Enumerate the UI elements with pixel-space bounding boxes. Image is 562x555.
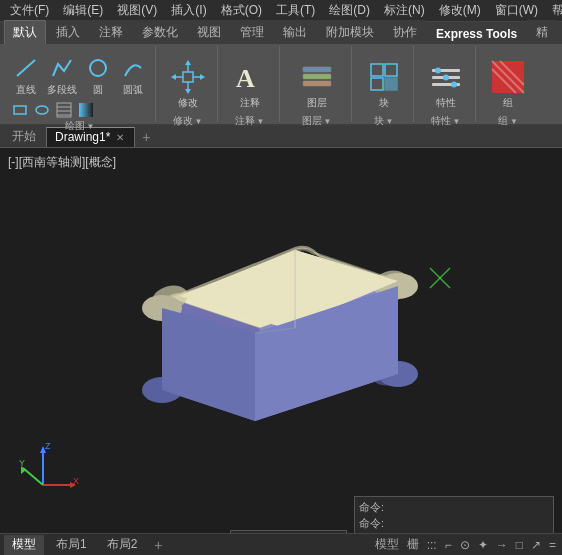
3d-box [142,246,418,421]
annotation-group-label: 注释 ▼ [235,114,265,130]
ribbon-group-annotation: A 注释 注释 ▼ [220,46,280,122]
ribbon-panel: 直线 多段线 [0,44,562,126]
btn-modify[interactable]: 修改 [166,52,210,114]
btn-polyline[interactable]: 多段线 [45,52,79,97]
tab-refine[interactable]: 精 [527,20,557,44]
btn-properties[interactable]: 特性 [424,52,468,114]
btn-line-label: 直线 [16,84,36,95]
btn-ellipse[interactable] [32,101,52,119]
properties-label: 特性 [436,97,456,108]
status-polar-icon[interactable]: ⊙ [458,538,472,552]
layer-label: 图层 [307,97,327,108]
status-dyn-icon[interactable]: ↗ [529,538,543,552]
layout-add[interactable]: + [149,536,167,554]
menu-format[interactable]: 格式(O) [215,0,268,21]
main-area: 文件(F) 编辑(E) 视图(V) 插入(I) 格式(O) 工具(T) 绘图(D… [0,0,562,555]
tab-express-tools[interactable]: Express Tools [427,23,526,44]
layer-group-dropdown[interactable]: ▼ [324,117,332,126]
properties-group-dropdown[interactable]: ▼ [453,117,461,126]
modify-group-dropdown[interactable]: ▼ [195,117,203,126]
menu-modify[interactable]: 修改(M) [433,0,487,21]
btn-arc-label: 圆弧 [123,84,143,95]
annotation-icon: A [232,59,268,95]
tab-view[interactable]: 视图 [188,20,230,44]
block-group-dropdown[interactable]: ▼ [386,117,394,126]
ribbon-tab-bar: 默认 插入 注释 参数化 视图 管理 输出 附加模块 协作 Express To… [0,22,562,44]
menu-dimension[interactable]: 标注(N) [378,0,431,21]
tab-manage[interactable]: 管理 [231,20,273,44]
btn-circle-label: 圆 [93,84,103,95]
svg-point-27 [435,67,441,73]
svg-line-0 [17,60,35,76]
tab-addons[interactable]: 附加模块 [317,20,383,44]
3d-object-svg [80,178,460,438]
btn-arc[interactable]: 圆弧 [117,52,149,97]
tab-output[interactable]: 输出 [274,20,316,44]
svg-rect-2 [14,106,26,114]
tab-collaborate[interactable]: 协作 [384,20,426,44]
block-content: 块 [362,48,406,114]
status-ducs-icon[interactable]: □ [514,538,525,552]
tab-add[interactable]: + [137,128,155,146]
menu-window[interactable]: 窗口(W) [489,0,544,21]
btn-annotation[interactable]: A 注释 [228,52,272,114]
ribbon-group-block: 块 块 ▼ [354,46,414,122]
svg-text:Y: Y [19,458,25,468]
tab-drawing1-close[interactable]: ✕ [114,132,126,143]
properties-icon [428,59,464,95]
tab-annotation[interactable]: 注释 [90,20,132,44]
tab-parametric[interactable]: 参数化 [133,20,187,44]
status-bar: 模型 布局1 布局2 + 模型 栅 ::: ⌐ ⊙ ✦ → □ ↗ = [0,533,562,555]
svg-point-31 [451,81,457,87]
svg-rect-20 [303,74,331,79]
draw-buttons: 直线 多段线 [10,48,149,119]
menu-draw[interactable]: 绘图(D) [323,0,376,21]
ribbon-group-layer: 图层 图层 ▼ [282,46,352,122]
btn-layer[interactable]: 图层 [295,52,339,114]
layer-content: 图层 [295,48,339,114]
layer-icon [299,59,335,95]
tab-insert[interactable]: 插入 [47,20,89,44]
btn-group[interactable]: 组 [486,52,530,114]
status-osnap-icon[interactable]: ✦ [476,538,490,552]
cmd-label-2: 命令: [359,516,384,531]
cmd-label-1: 命令: [359,500,384,515]
btn-rect[interactable] [10,101,30,119]
svg-rect-24 [371,78,383,90]
layout-2[interactable]: 布局2 [99,535,146,555]
svg-rect-19 [303,67,331,72]
group-group-dropdown[interactable]: ▼ [510,117,518,126]
status-model-icon[interactable]: 模型 [373,536,401,553]
svg-line-53 [23,468,43,485]
cmd-line-2: 命令: [359,515,549,531]
status-grid-icon[interactable]: 栅 [405,536,421,553]
menu-help[interactable]: 帮助(H) [546,0,562,21]
ribbon-group-draw: 直线 多段线 [4,46,156,122]
layout-1[interactable]: 布局1 [48,535,95,555]
status-snap-icon[interactable]: ::: [425,538,439,552]
btn-line[interactable]: 直线 [10,52,42,97]
menu-edit[interactable]: 编辑(E) [57,0,109,21]
status-ortho-icon[interactable]: ⌐ [443,538,454,552]
svg-text:A: A [236,64,255,93]
menu-tools[interactable]: 工具(T) [270,0,321,21]
btn-gradient[interactable] [76,101,96,119]
status-lw-icon[interactable]: = [547,538,558,552]
block-label: 块 [379,97,389,108]
svg-rect-23 [385,64,397,76]
btn-circle[interactable]: 圆 [82,52,114,97]
annotation-group-dropdown[interactable]: ▼ [257,117,265,126]
menu-file[interactable]: 文件(F) [4,0,55,21]
menu-bar: 文件(F) 编辑(E) 视图(V) 插入(I) 格式(O) 工具(T) 绘图(D… [0,0,562,22]
layout-model[interactable]: 模型 [4,535,44,555]
status-otrack-icon[interactable]: → [494,538,510,552]
btn-hatch[interactable] [54,101,74,119]
menu-insert[interactable]: 插入(I) [165,0,212,21]
svg-rect-22 [371,64,383,76]
svg-point-3 [36,106,48,114]
btn-block[interactable]: 块 [362,52,406,114]
tab-default[interactable]: 默认 [4,20,46,44]
menu-view[interactable]: 视图(V) [111,0,163,21]
draw-group-dropdown[interactable]: ▼ [87,122,95,131]
tab-start[interactable]: 开始 [4,127,44,147]
